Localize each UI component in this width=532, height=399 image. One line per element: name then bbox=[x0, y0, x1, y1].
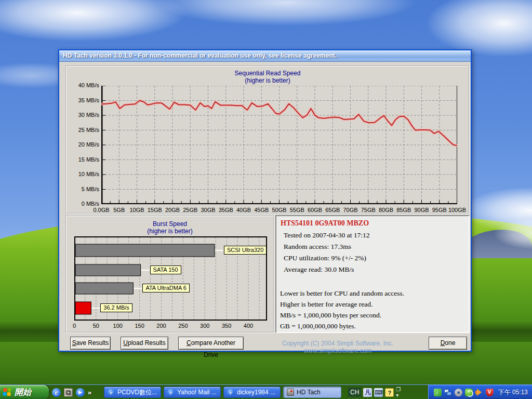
sequential-chart-subtitle: (higher is better) bbox=[66, 77, 469, 84]
bar-value-label: SATA 150 bbox=[150, 265, 181, 274]
bar-value-label: SCSI Ultra320 bbox=[224, 246, 267, 255]
y-tick-label: 10 MB/s bbox=[67, 171, 99, 177]
ime-help-icon[interactable]: ? bbox=[385, 388, 394, 397]
media-player-icon[interactable]: ▶ bbox=[76, 388, 85, 397]
start-button[interactable]: 開始 bbox=[0, 385, 49, 399]
internet-explorer-icon: e bbox=[167, 389, 175, 396]
drive-model-label: HTS54101 0G9AT00 MBZO bbox=[281, 219, 369, 228]
quick-launch-bar: e ⧉ ▶ » bbox=[52, 385, 91, 399]
ime-keyboard-icon[interactable]: ⌨ bbox=[374, 388, 383, 397]
internet-explorer-icon[interactable]: e bbox=[52, 388, 61, 397]
disc-icon[interactable] bbox=[455, 389, 462, 396]
hdtach-app-icon bbox=[287, 389, 294, 396]
task-button-label: HD Tach bbox=[297, 389, 321, 396]
system-tray: 下午 05:13 bbox=[429, 385, 532, 399]
hdtach-window: HD Tach version 3.0.1.0 - For non-commer… bbox=[58, 49, 472, 352]
language-indicator[interactable]: CH bbox=[348, 388, 361, 397]
result-line: Random access: 17.3ms bbox=[284, 243, 351, 251]
show-desktop-icon[interactable]: ⧉ bbox=[64, 388, 73, 397]
task-button-label: PCDVD數位... bbox=[117, 388, 157, 397]
language-bar: CH 凡 ⌨ ? ❐▾ bbox=[348, 385, 401, 399]
burst-chart-subtitle: (higher is better) bbox=[66, 228, 273, 235]
burst-axis-number: 100 bbox=[110, 323, 126, 329]
note-line: Lower is better for CPU and random acces… bbox=[280, 289, 404, 298]
y-tick-label: 0 MB/s bbox=[67, 201, 99, 207]
burst-bar bbox=[75, 283, 133, 294]
burst-bar bbox=[75, 264, 141, 276]
burst-chart-title: Burst Speed bbox=[66, 220, 273, 228]
burst-axis-number: 250 bbox=[175, 323, 191, 329]
note-line: GB = 1,000,000,000 bytes. bbox=[280, 322, 356, 330]
taskbar-clock[interactable]: 下午 05:13 bbox=[498, 388, 528, 397]
y-tick-label: 20 MB/s bbox=[67, 141, 99, 148]
desktop: HD Tach version 3.0.1.0 - For non-commer… bbox=[0, 0, 532, 399]
sequential-chart-title: Sequential Read Speed bbox=[66, 70, 469, 77]
burst-axis-number: 0 bbox=[66, 323, 82, 329]
copyright-text: Copyright (C) 2004 Simpli Software, Inc.… bbox=[256, 340, 420, 354]
window-title: HD Tach version 3.0.1.0 - For non-commer… bbox=[63, 52, 337, 59]
network-icon[interactable] bbox=[444, 389, 452, 396]
upload-results-button[interactable]: Upload Results bbox=[121, 337, 168, 350]
start-button-label: 開始 bbox=[15, 387, 31, 398]
task-button-label: Yahoo! Mail ... bbox=[177, 389, 217, 396]
taskbar-task-hdtach[interactable]: HD Tach bbox=[283, 387, 341, 398]
note-line: MB/s = 1,000,000 bytes per second. bbox=[280, 311, 381, 320]
y-tick-label: 35 MB/s bbox=[67, 97, 99, 103]
x-tick-label: 100GB bbox=[446, 207, 469, 213]
burst-axis-number: 50 bbox=[88, 323, 104, 329]
save-results-button[interactable]: Save Results bbox=[70, 337, 111, 350]
y-tick-label: 30 MB/s bbox=[67, 112, 99, 118]
ime-handwriting-icon[interactable]: 凡 bbox=[363, 388, 372, 397]
burst-speed-chart: SCSI Ultra320SATA 150ATA UltraDMA 636.2 … bbox=[74, 236, 267, 321]
note-line: Higher is better for average read. bbox=[280, 300, 373, 309]
burst-axis-number: 400 bbox=[241, 323, 256, 329]
sequential-line-svg bbox=[101, 86, 457, 204]
bar-value-label: ATA UltraDMA 6 bbox=[142, 284, 189, 292]
done-button[interactable]: Done bbox=[429, 337, 467, 350]
burst-bar bbox=[75, 302, 91, 314]
task-button-label: dickey1984 ... bbox=[237, 389, 275, 396]
burst-bar bbox=[75, 244, 215, 257]
taskbar: 開始 e ⧉ ▶ » ePCDVD數位...eYahoo! Mail ...ed… bbox=[0, 384, 532, 399]
burst-axis-number: 350 bbox=[219, 323, 234, 329]
antivirus-shield-icon[interactable] bbox=[486, 389, 494, 396]
y-tick-label: 25 MB/s bbox=[67, 127, 99, 133]
quick-launch-overflow-chevron[interactable]: » bbox=[88, 389, 91, 396]
windows-logo-icon bbox=[3, 388, 12, 396]
burst-axis-number: 200 bbox=[153, 323, 169, 329]
sequential-read-chart bbox=[101, 86, 457, 204]
cloud bbox=[494, 218, 532, 249]
sequential-read-panel: Sequential Read Speed (higher is better)… bbox=[65, 65, 470, 214]
window-titlebar[interactable]: HD Tach version 3.0.1.0 - For non-commer… bbox=[59, 50, 471, 62]
taskbar-task-ie-0[interactable]: ePCDVD數位... bbox=[104, 387, 161, 398]
volume-icon[interactable] bbox=[475, 389, 483, 396]
result-line: CPU utilization: 9% (+/- 2%) bbox=[284, 254, 366, 262]
internet-explorer-icon: e bbox=[108, 389, 115, 396]
cloud bbox=[156, 0, 416, 26]
results-info-panel: HTS54101 0G9AT00 MBZO Tested on 2007-04-… bbox=[275, 215, 470, 333]
software-update-icon[interactable] bbox=[434, 389, 442, 396]
messenger-icon[interactable] bbox=[465, 389, 473, 396]
internet-explorer-icon: e bbox=[227, 389, 234, 396]
taskbar-task-ie-2[interactable]: edickey1984 ... bbox=[223, 387, 281, 398]
burst-speed-panel: Burst Speed (higher is better) SCSI Ultr… bbox=[65, 215, 274, 333]
compare-another-drive-button[interactable]: Compare Another Drive bbox=[178, 337, 244, 350]
result-line: Tested on 2007-04-30 at 17:12 bbox=[284, 231, 370, 240]
burst-axis-number: 300 bbox=[197, 323, 212, 329]
cloud bbox=[426, 0, 532, 57]
y-tick-label: 5 MB/s bbox=[67, 186, 99, 192]
bar-value-label: 36.2 MB/s bbox=[100, 303, 132, 312]
taskbar-task-ie-1[interactable]: eYahoo! Mail ... bbox=[164, 387, 221, 398]
y-tick-label: 15 MB/s bbox=[67, 156, 99, 163]
burst-axis-number: 150 bbox=[132, 323, 148, 329]
result-line: Average read: 30.0 MB/s bbox=[284, 265, 354, 274]
y-tick-label: 40 MB/s bbox=[67, 82, 99, 88]
language-bar-restore-icon[interactable]: ❐▾ bbox=[396, 387, 401, 398]
